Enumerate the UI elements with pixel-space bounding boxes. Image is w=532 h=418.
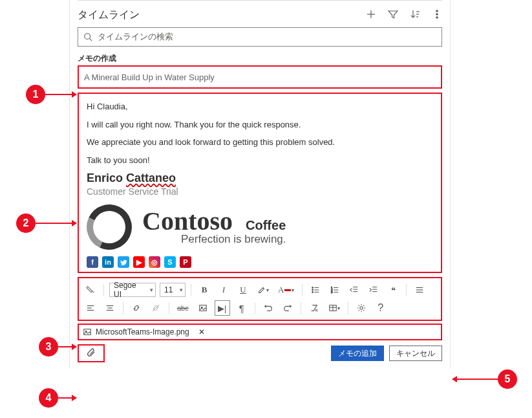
signature-role: Customer Service Trial — [87, 186, 433, 197]
italic-button[interactable]: I — [216, 282, 231, 298]
pinterest-icon[interactable]: P — [180, 256, 191, 268]
bold-button[interactable]: B — [197, 282, 212, 298]
brand-logo: Contoso Coffee Perfection is brewing. — [87, 204, 433, 250]
callout-1-arrow — [45, 94, 76, 95]
svg-marker-2 — [388, 11, 398, 18]
strikethrough-button[interactable]: abc — [175, 300, 191, 316]
align-justify-button[interactable] — [412, 282, 427, 298]
skype-icon[interactable]: S — [164, 256, 176, 268]
timeline-title: タイムライン — [78, 8, 359, 22]
unlink-button[interactable] — [148, 300, 164, 316]
add-icon[interactable] — [366, 9, 376, 21]
timeline-panel: タイムライン タイムラインの検索 メモの作成 Hi Claudia, I wil… — [69, 0, 451, 369]
instagram-icon[interactable]: ◎ — [149, 256, 160, 268]
blockquote-button[interactable]: ❝ — [385, 282, 401, 298]
footer-row: メモの追加 キャンセル — [78, 344, 442, 362]
insert-image-button[interactable] — [195, 300, 211, 316]
create-note-label: メモの作成 — [78, 53, 442, 64]
attach-button-box — [78, 344, 105, 362]
font-family-select[interactable]: Segoe UI — [109, 283, 156, 297]
text-direction-button[interactable]: ▶| — [215, 300, 230, 316]
svg-point-8 — [436, 14, 438, 16]
facebook-icon[interactable]: f — [87, 256, 98, 268]
callout-5: 5 — [498, 369, 517, 389]
undo-button[interactable] — [261, 300, 276, 316]
clear-format-button[interactable] — [306, 300, 322, 316]
table-button[interactable]: ▾ — [326, 300, 343, 316]
format-painter-icon[interactable] — [83, 282, 98, 298]
paperclip-icon[interactable] — [86, 347, 96, 360]
callout-5-arrow — [452, 379, 498, 380]
align-center-button[interactable] — [102, 300, 118, 316]
callout-2: 2 — [16, 214, 36, 233]
note-greeting: Hi Claudia, — [87, 100, 433, 113]
note-p2: We appreciate you and look forward to ge… — [87, 136, 433, 149]
highlight-button[interactable]: ▾ — [255, 282, 271, 298]
align-left-button[interactable] — [83, 300, 98, 316]
signature-name: Enrico Cattaneo — [87, 171, 433, 185]
settings-button[interactable] — [354, 300, 369, 316]
callout-1: 1 — [26, 85, 45, 104]
richtext-toolbar: Segoe UI 11 B I U ▾ A▾ 123 ❝ abc — [78, 277, 442, 321]
more-icon[interactable] — [432, 9, 442, 21]
sort-icon[interactable] — [410, 9, 420, 21]
svg-point-7 — [436, 10, 438, 12]
add-note-button[interactable]: メモの追加 — [331, 346, 384, 361]
attachment-row: MicrosoftTeams-Image.png ✕ — [78, 324, 442, 340]
svg-text:3: 3 — [331, 291, 333, 294]
underline-button[interactable]: U — [235, 282, 251, 298]
font-color-button[interactable]: A▾ — [275, 282, 297, 298]
brand-ring-icon — [80, 198, 138, 256]
outdent-button[interactable] — [346, 282, 362, 298]
paragraph-button[interactable]: ¶ — [234, 300, 250, 316]
svg-point-13 — [312, 289, 314, 291]
timeline-search[interactable]: タイムラインの検索 — [78, 27, 442, 47]
image-file-icon — [83, 327, 92, 336]
twitter-icon[interactable] — [118, 256, 129, 268]
help-button[interactable]: ? — [373, 300, 388, 316]
number-list-button[interactable]: 123 — [327, 282, 343, 298]
note-title-box — [78, 65, 442, 89]
callout-3-arrow — [58, 346, 76, 347]
remove-attachment-icon[interactable]: ✕ — [198, 327, 205, 336]
search-icon — [83, 32, 92, 41]
brand-name: Contoso — [142, 208, 233, 234]
svg-point-47 — [360, 307, 363, 309]
callout-3: 3 — [39, 337, 58, 357]
timeline-header: タイムライン — [78, 8, 442, 22]
note-title-input[interactable] — [79, 67, 441, 87]
brand-sub: Coffee — [246, 218, 286, 233]
callout-4-arrow — [58, 397, 76, 399]
callout-2-arrow — [36, 223, 76, 224]
callout-4: 4 — [39, 388, 58, 408]
bullet-list-button[interactable] — [308, 282, 323, 298]
svg-point-14 — [312, 292, 314, 293]
svg-point-12 — [312, 287, 314, 289]
svg-point-10 — [85, 34, 90, 39]
attachment-filename: MicrosoftTeams-Image.png — [96, 327, 189, 336]
svg-point-9 — [436, 17, 438, 19]
linkedin-icon[interactable]: in — [102, 256, 114, 268]
brand-tagline: Perfection is brewing. — [181, 233, 286, 246]
font-size-select[interactable]: 11 — [160, 283, 186, 297]
youtube-icon[interactable]: ▶ — [133, 256, 145, 268]
svg-line-11 — [90, 39, 92, 41]
note-p3: Talk to you soon! — [87, 154, 433, 167]
note-p1: I will call you right now. Thank you for… — [87, 118, 433, 131]
link-button[interactable] — [129, 300, 144, 316]
note-body-box[interactable]: Hi Claudia, I will call you right now. T… — [78, 93, 442, 273]
indent-button[interactable] — [366, 282, 381, 298]
search-placeholder-text: タイムラインの検索 — [98, 31, 173, 43]
cancel-button[interactable]: キャンセル — [389, 346, 442, 361]
social-icons: f in ▶ ◎ S P — [87, 256, 433, 268]
filter-icon[interactable] — [388, 9, 398, 21]
redo-button[interactable] — [280, 300, 295, 316]
